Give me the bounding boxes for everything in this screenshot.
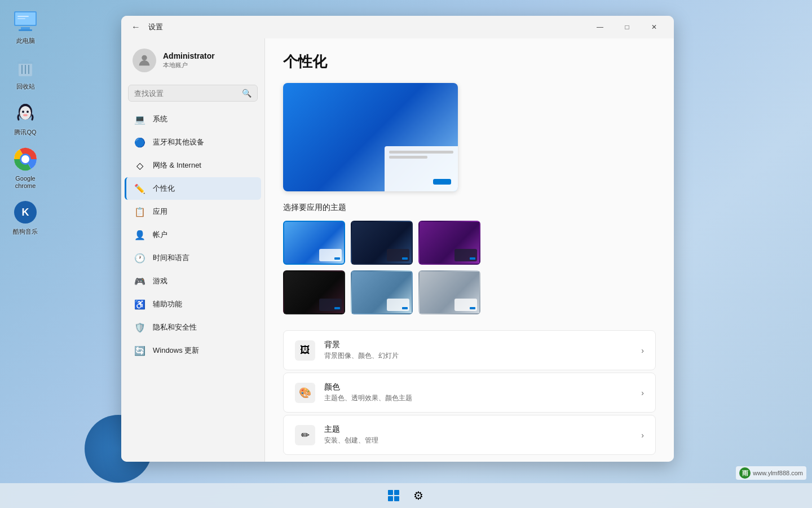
- settings-row-themes[interactable]: ✏ 主题 安装、创建、管理 ›: [283, 415, 656, 455]
- system-label: 系统: [153, 114, 167, 124]
- gaming-icon: 🎮: [134, 275, 146, 287]
- sidebar-item-privacy[interactable]: 🛡️ 隐私和安全性: [125, 316, 261, 339]
- accessibility-icon: ♿: [134, 298, 146, 310]
- theme-mini-btn: [470, 257, 475, 260]
- theme-mini-taskbar: [387, 249, 409, 261]
- background-icon: 🖼: [295, 340, 315, 361]
- theme-mini-btn: [334, 307, 340, 309]
- search-wrap: 🔍: [128, 85, 258, 102]
- themes-desc: 安装、创建、管理: [324, 436, 641, 445]
- colors-arrow: ›: [641, 388, 644, 397]
- kugou-icon: K: [12, 199, 39, 226]
- theme-preview: [283, 83, 458, 191]
- theme-item-theme-gray[interactable]: [418, 270, 480, 314]
- svg-rect-3: [19, 29, 32, 31]
- theme-item-theme-nature[interactable]: [351, 270, 413, 314]
- theme-item-theme-purple[interactable]: [418, 221, 480, 265]
- background-text: 背景 背景图像、颜色、幻灯片: [324, 340, 641, 361]
- sidebar-item-apps[interactable]: 📋 应用: [125, 200, 261, 223]
- colors-icon: 🎨: [295, 383, 315, 403]
- colors-title: 颜色: [324, 382, 641, 392]
- svg-point-23: [142, 55, 147, 60]
- settings-window: ← 设置 — □ ✕: [121, 16, 674, 462]
- back-button[interactable]: ←: [128, 19, 144, 35]
- recycle-icon: [12, 54, 39, 81]
- qq-icon: [12, 99, 39, 126]
- themes-arrow: ›: [641, 431, 644, 440]
- gaming-label: 游戏: [153, 276, 167, 286]
- sidebar-item-time-language[interactable]: 🕐 时间和语言: [125, 247, 261, 269]
- user-profile[interactable]: Administrator 本地账户: [123, 43, 262, 78]
- main-content: 个性化 选择要应用的主题: [265, 38, 674, 462]
- apps-label: 应用: [153, 207, 167, 217]
- desktop-icon-chrome[interactable]: Google chrome: [3, 143, 48, 192]
- minimize-button[interactable]: —: [587, 19, 613, 36]
- close-button[interactable]: ✕: [641, 19, 667, 36]
- preview-bar-1: [389, 151, 453, 154]
- desktop-icons: 此电脑 回收站: [0, 0, 51, 243]
- search-icon[interactable]: 🔍: [242, 89, 251, 98]
- desktop-icon-kugou[interactable]: K 酷狗音乐: [3, 196, 48, 238]
- sidebar-item-personalization[interactable]: ✏️ 个性化: [125, 177, 261, 200]
- personalization-icon: ✏️: [134, 182, 146, 195]
- network-label: 网络 & Internet: [153, 160, 201, 170]
- theme-item-theme-light[interactable]: [283, 221, 345, 265]
- theme-mini-btn: [402, 307, 408, 309]
- svg-rect-4: [17, 16, 29, 17]
- svg-text:K: K: [22, 207, 29, 218]
- chrome-icon: [12, 146, 39, 173]
- windows-update-label: Windows 更新: [153, 345, 199, 356]
- desktop-icon-qq[interactable]: 腾讯QQ: [3, 97, 48, 138]
- search-input[interactable]: [134, 89, 242, 98]
- svg-point-17: [23, 114, 28, 116]
- sidebar-item-bluetooth[interactable]: 🔵 蓝牙和其他设备: [125, 131, 261, 154]
- preview-taskbar: [385, 146, 458, 191]
- themes-title: 主题: [324, 424, 641, 435]
- time-language-icon: 🕐: [134, 252, 146, 264]
- desktop-icon-mypc[interactable]: 此电脑: [3, 6, 48, 47]
- svg-rect-25: [394, 490, 399, 495]
- theme-mini-btn: [470, 307, 475, 309]
- theme-item-theme-flower[interactable]: [283, 270, 345, 314]
- svg-rect-26: [388, 496, 393, 501]
- sidebar: Administrator 本地账户 🔍 💻 系统 🔵 蓝牙和其他设备 ◇ 网络: [121, 38, 265, 462]
- watermark-logo: 雨: [739, 467, 751, 479]
- privacy-label: 隐私和安全性: [153, 322, 197, 332]
- settings-row-background[interactable]: 🖼 背景 背景图像、颜色、幻灯片 ›: [283, 330, 656, 370]
- themes-icon: ✏: [295, 425, 315, 445]
- taskbar: ⚙: [0, 483, 812, 508]
- start-button[interactable]: [382, 484, 405, 507]
- desktop: 此电脑 回收站: [0, 0, 812, 508]
- taskbar-settings-button[interactable]: ⚙: [407, 484, 430, 507]
- sidebar-item-gaming[interactable]: 🎮 游戏: [125, 270, 261, 292]
- themes-text: 主题 安装、创建、管理: [324, 424, 641, 445]
- settings-row-colors[interactable]: 🎨 颜色 主题色、透明效果、颜色主题 ›: [283, 373, 656, 413]
- kugou-label: 酷狗音乐: [13, 228, 38, 235]
- preview-button: [433, 179, 451, 185]
- colors-text: 颜色 主题色、透明效果、颜色主题: [324, 382, 641, 403]
- theme-mini-taskbar: [387, 299, 409, 311]
- desktop-icon-recycle[interactable]: 回收站: [3, 51, 48, 93]
- theme-item-theme-dark[interactable]: [351, 221, 413, 265]
- content-area: Administrator 本地账户 🔍 💻 系统 🔵 蓝牙和其他设备 ◇ 网络: [121, 38, 674, 462]
- sidebar-item-system[interactable]: 💻 系统: [125, 108, 261, 130]
- sidebar-item-windows-update[interactable]: 🔄 Windows 更新: [125, 339, 261, 362]
- nav-list: 💻 系统 🔵 蓝牙和其他设备 ◇ 网络 & Internet ✏️ 个性化 📋 …: [121, 108, 264, 362]
- user-info: Administrator 本地账户: [163, 51, 215, 69]
- sidebar-item-accessibility[interactable]: ♿ 辅助功能: [125, 293, 261, 316]
- title-bar: ← 设置 — □ ✕: [121, 16, 674, 38]
- network-icon: ◇: [134, 159, 146, 172]
- settings-rows: 🖼 背景 背景图像、颜色、幻灯片 › 🎨 颜色 主题色、透明效果、颜色主题 › …: [283, 330, 656, 455]
- sidebar-item-accounts[interactable]: 👤 帐户: [125, 224, 261, 246]
- theme-mini-taskbar: [454, 299, 477, 311]
- preview-bar-2: [389, 156, 427, 159]
- theme-select-label: 选择要应用的主题: [283, 203, 656, 213]
- personalization-label: 个性化: [153, 183, 175, 194]
- sidebar-item-network[interactable]: ◇ 网络 & Internet: [125, 154, 261, 177]
- window-title: 设置: [148, 22, 163, 32]
- watermark-text: www.ylmf888.com: [753, 470, 803, 476]
- svg-rect-5: [17, 18, 25, 19]
- maximize-button[interactable]: □: [614, 19, 640, 36]
- accounts-icon: 👤: [134, 229, 146, 241]
- svg-point-15: [22, 111, 24, 113]
